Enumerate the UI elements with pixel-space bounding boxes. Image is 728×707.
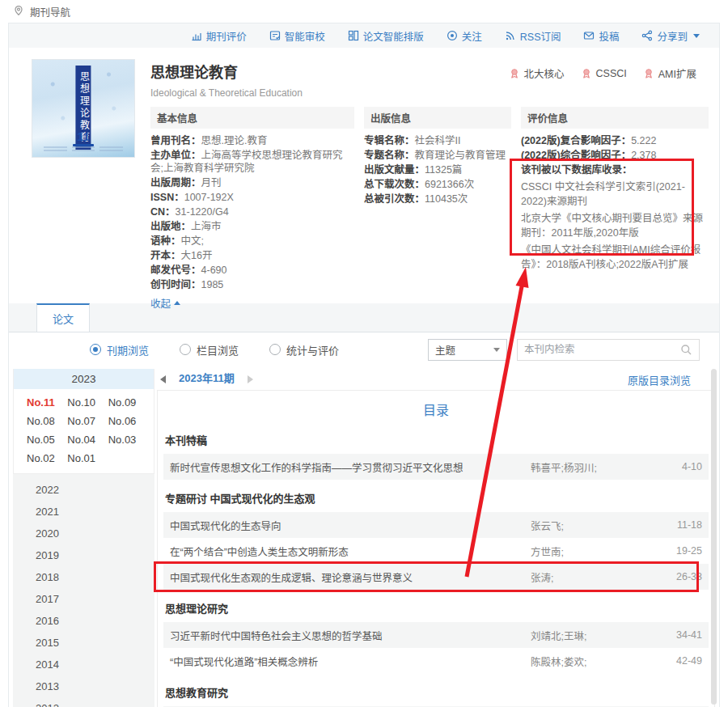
smart-typeset-button[interactable]: 论文智能排版	[348, 28, 424, 44]
toc-article-row[interactable]: 中国式现代化生态观的生成逻辑、理论意涵与世界意义 张涛; 26-33	[163, 564, 709, 590]
tab-articles[interactable]: 论文	[36, 303, 90, 332]
field-label: 专辑名称：	[364, 135, 415, 146]
toc-card: 目录 本刊特稿 新时代宣传思想文化工作的科学指南——学习贯彻习近平文化思想 韩喜…	[157, 390, 715, 707]
envelope-icon	[583, 30, 595, 41]
smart-proofread-button[interactable]: 智能审校	[269, 28, 325, 44]
share-button[interactable]: 分享到	[641, 28, 700, 44]
field-value: 教育理论与教育管理	[415, 150, 506, 161]
chart-icon	[191, 30, 202, 41]
collapse-link[interactable]: 收起	[150, 295, 180, 311]
toc-area: 2023年11期 原版目录浏览 目录 本刊特稿 新时代宣传思想文化工作的科学指南…	[157, 369, 715, 707]
toc-article-row[interactable]: 中国式现代化的生态导向 张云飞; 11-18	[163, 512, 709, 538]
follow-button[interactable]: 关注	[447, 28, 482, 44]
issue-item[interactable]: No.03	[108, 430, 149, 449]
proofread-icon	[269, 30, 281, 41]
year-item[interactable]: 2015	[13, 632, 154, 654]
next-issue-arrow-icon[interactable]	[248, 375, 253, 383]
article-title[interactable]: 习近平新时代中国特色社会主义思想的哲学基础	[170, 628, 531, 643]
cover-issue-number: 11	[32, 129, 134, 146]
toc-article-row[interactable]: “中国式现代化道路”相关概念辨析 陈殿林;娄欢; 42-49	[163, 648, 709, 674]
issue-item[interactable]: No.08	[27, 412, 67, 430]
radio-issue-browse[interactable]: 刊期浏览	[90, 342, 149, 358]
issue-item[interactable]: No.09	[108, 393, 149, 412]
toc-article-row[interactable]: 新时代宣传思想文化工作的科学指南——学习贯彻习近平文化思想 韩喜平;杨羽川; 4…	[163, 454, 709, 480]
prev-issue-arrow-icon[interactable]	[160, 375, 166, 383]
article-title[interactable]: “中国式现代化道路”相关概念辨析	[170, 654, 531, 669]
toc-article-row[interactable]: 习近平新时代中国特色社会主义思想的哲学基础 刘靖北;王琳; 34-41	[163, 622, 709, 648]
year-item[interactable]: 2019	[13, 544, 154, 566]
article-pages: 19-25	[665, 545, 702, 557]
field-label: 总被引次数：	[364, 193, 425, 205]
article-authors[interactable]: 张云飞;	[531, 518, 665, 533]
breadcrumb: 期刊导航	[0, 0, 728, 23]
search-field-select[interactable]: 主题	[428, 339, 507, 361]
medal-icon	[581, 68, 592, 79]
toc-article-row[interactable]: 在“两个结合”中创造人类生态文明新形态 方世南; 19-25	[163, 538, 709, 564]
issue-item[interactable]: No.04	[67, 430, 108, 449]
database-entry: 北京大学《中文核心期刊要目总览》来源期刊：2011年版,2020年版	[521, 211, 705, 240]
toc-section-header: 思想理论研究	[158, 590, 714, 622]
article-title[interactable]: 中国式现代化的生态导向	[170, 518, 531, 533]
issue-item[interactable]: No.10	[67, 393, 108, 412]
year-item[interactable]: 2017	[13, 588, 154, 610]
info-field: (2022版)复合影响因子：5.222	[521, 134, 709, 147]
evaluation-info-column: 评价信息 (2022版)复合影响因子：5.222 (2022版)综合影响因子：2…	[521, 107, 709, 311]
year-item[interactable]: 2012	[13, 697, 154, 707]
basic-info-column: 基本信息 曾用刊名：思想.理论.教育 主办单位：上海高等学校思想理论教育研究会;…	[150, 107, 354, 311]
info-field: 出版文献量：11325篇	[364, 163, 511, 176]
info-field: 专辑名称：社会科学II	[364, 134, 511, 147]
in-journal-search	[517, 339, 700, 361]
article-pages: 4-10	[665, 461, 702, 472]
field-label: 该刊被以下数据库收录：	[521, 164, 633, 176]
issue-item[interactable]: No.07	[67, 412, 108, 430]
field-value: 31-1220/G4	[176, 206, 229, 218]
evaluation-info-header: 评价信息	[521, 107, 709, 129]
badge-label: CSSCI	[596, 68, 627, 79]
field-label: 邮发代号：	[150, 265, 201, 276]
article-authors[interactable]: 张涛;	[531, 569, 665, 585]
toc-scrollbar[interactable]	[711, 369, 717, 705]
issue-item[interactable]: No.02	[27, 449, 67, 468]
year-item[interactable]: 2020	[13, 523, 154, 544]
year-item[interactable]: 2021	[13, 501, 154, 523]
issue-item[interactable]: No.05	[27, 430, 67, 449]
filter-row: 刊期浏览 栏目浏览 统计与评价 主题	[9, 332, 719, 366]
year-item[interactable]: 2018	[13, 566, 154, 588]
original-toc-link[interactable]: 原版目录浏览	[628, 372, 712, 387]
article-authors[interactable]: 陈殿林;娄欢;	[531, 654, 665, 669]
year-item[interactable]: 2013	[13, 675, 154, 697]
radio-stats-evaluation[interactable]: 统计与评价	[269, 342, 339, 358]
search-input[interactable]	[524, 344, 680, 355]
info-field: 语种：中文;	[150, 235, 354, 248]
journal-cover[interactable]: 思想理论教育 11	[32, 59, 135, 158]
article-title[interactable]: 中国式现代化生态观的生成逻辑、理论意涵与世界意义	[170, 569, 531, 585]
breadcrumb-label[interactable]: 期刊导航	[30, 4, 70, 19]
info-field: 专题名称：教育理论与教育管理	[364, 149, 511, 162]
eye-icon	[447, 30, 458, 41]
chevron-down-icon	[493, 348, 500, 352]
article-authors[interactable]: 韩喜平;杨羽川;	[531, 459, 665, 475]
radio-column-browse[interactable]: 栏目浏览	[180, 342, 239, 358]
journal-evaluation-button[interactable]: 期刊评价	[191, 28, 247, 44]
issue-item[interactable]: No.06	[108, 412, 149, 430]
article-authors[interactable]: 方世南;	[531, 544, 665, 559]
issue-item[interactable]: No.11	[27, 393, 67, 412]
rss-subscribe-button[interactable]: RSS订阅	[505, 28, 561, 44]
search-icon[interactable]	[680, 344, 692, 356]
year-header[interactable]: 2023	[14, 369, 154, 389]
current-issue-tab[interactable]: 2023年11期	[169, 367, 244, 392]
submit-manuscript-button[interactable]: 投稿	[583, 28, 619, 44]
article-title[interactable]: 在“两个结合”中创造人类生态文明新形态	[170, 544, 531, 559]
year-item[interactable]: 2014	[13, 654, 154, 675]
article-authors[interactable]: 刘靖北;王琳;	[531, 628, 665, 643]
article-title[interactable]: 新时代宣传思想文化工作的科学指南——学习贯彻习近平文化思想	[170, 459, 531, 475]
year-item[interactable]: 2022	[13, 479, 154, 501]
field-label: 出版文献量：	[364, 164, 425, 176]
info-field: 邮发代号：4-690	[150, 264, 354, 277]
year-item[interactable]: 2016	[13, 610, 154, 632]
radio-dot-icon	[90, 344, 101, 355]
issue-item[interactable]: No.01	[67, 449, 108, 468]
year-list: 2022202120202019201820172016201520142013…	[13, 474, 154, 707]
select-value: 主题	[435, 342, 455, 358]
field-value: 4-690	[201, 265, 227, 276]
